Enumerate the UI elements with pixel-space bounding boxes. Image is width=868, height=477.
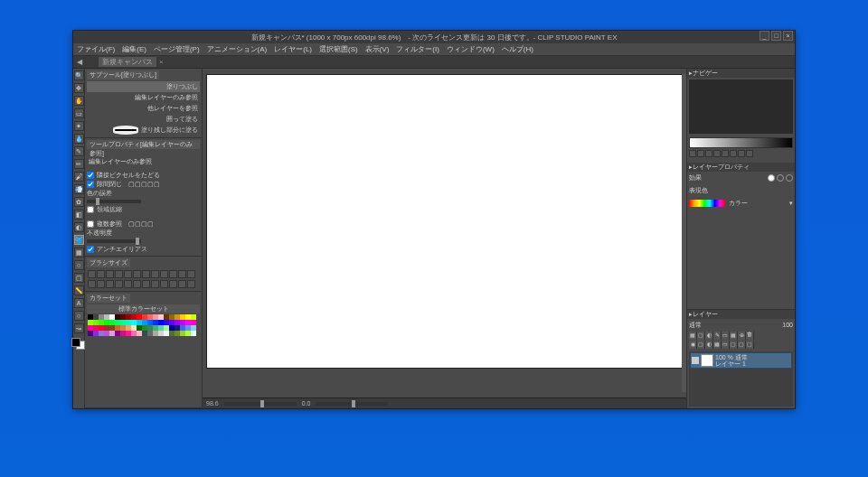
subtool-item-enclose[interactable]: 囲って塗る (87, 114, 200, 125)
layer-toolbar[interactable]: ▦▢◐✎▭▦⊕🗑 (687, 332, 795, 341)
fg-bg-colors[interactable] (71, 338, 86, 351)
layerprop-tab[interactable]: ▸ レイヤープロパティ (687, 163, 795, 172)
blend-mode[interactable]: 通常 (689, 321, 702, 330)
slider-opacity[interactable] (87, 239, 141, 243)
chk-adjacent[interactable]: 隣接ピクセルをたどる (87, 171, 200, 180)
menu-filter[interactable]: フィルター(I) (396, 44, 439, 54)
layer-item-1[interactable]: 100 % 通常 レイヤー 1 (690, 352, 792, 369)
color-swatches[interactable] (87, 313, 200, 337)
slider-tolerance[interactable] (87, 200, 141, 203)
layer-blend-row[interactable]: 通常 100 (687, 319, 795, 332)
left-dock: サブツール[塗りつぶし] 塗りつぶし 編集レイヤーのみ参照 他レイヤーを参照 囲… (85, 69, 203, 408)
visibility-icon[interactable] (692, 357, 699, 364)
document-tab[interactable]: 新規キャンバス (99, 57, 156, 67)
tab-close-icon[interactable]: × (159, 58, 164, 66)
tool-shape[interactable]: ○ (74, 260, 84, 270)
menu-layer[interactable]: レイヤー(L) (274, 44, 312, 54)
subtool-item-edit-only[interactable]: 編集レイヤーのみ参照 (87, 92, 200, 103)
expression-row: 表現色 (687, 184, 795, 197)
layer-name: 100 % 通常 レイヤー 1 (715, 354, 748, 367)
canvas[interactable] (206, 74, 683, 369)
subtool-item-other[interactable]: 他レイヤーを参照 (87, 103, 200, 114)
expr-label: 表現色 (689, 186, 708, 195)
tool-gradient[interactable]: ▦ (74, 248, 84, 257)
canvas-area: 98.6 0.0 (203, 69, 686, 408)
gradient-preview[interactable] (689, 137, 793, 148)
tool-text[interactable]: A (74, 298, 84, 308)
zoom-slider[interactable] (224, 402, 297, 406)
window-title: 新規キャンバス* (1000 x 700px 600dpi 98.6%) - 次… (251, 33, 618, 42)
menu-file[interactable]: ファイル(F) (77, 44, 115, 54)
layers-tab[interactable]: ▸ レイヤー (687, 310, 795, 319)
tool-select-rect[interactable]: ▭ (74, 108, 84, 118)
menu-window[interactable]: ウィンドウ(W) (447, 44, 495, 54)
subtool-item-leftover[interactable]: 塗り残し部分に塗る (87, 125, 200, 136)
fg-color-swatch[interactable] (71, 338, 80, 347)
rotate-slider[interactable] (316, 402, 388, 406)
tool-pen[interactable]: ✎ (74, 146, 84, 156)
tool-dropper[interactable]: 💧 (74, 134, 84, 144)
layer-toolbar-2[interactable]: ◉▢◐▦▭▢▢▢ (687, 341, 795, 350)
tool-wand[interactable]: ✦ (74, 121, 84, 131)
spectrum-icon (689, 200, 725, 207)
brush-size-row-1[interactable] (87, 269, 200, 279)
menu-bar: ファイル(F) 編集(E) ページ管理(P) アニメーション(A) レイヤー(L… (73, 43, 795, 56)
document-tab-bar: ◀ 新規キャンバス × (73, 56, 795, 69)
color-swatch[interactable] (191, 331, 196, 336)
fx-mode-icons[interactable] (768, 174, 793, 182)
tool-hand[interactable]: ✋ (74, 96, 84, 106)
chk-antialias[interactable]: アンチエイリアス (87, 245, 200, 254)
menu-view[interactable]: 表示(V) (365, 44, 390, 54)
minimize-button[interactable]: _ (760, 31, 769, 41)
chk-multiref[interactable]: 複数参照▢▢▢▢ (87, 220, 200, 229)
vertical-scrollbar[interactable] (682, 74, 686, 392)
subtool-panel: サブツール[塗りつぶし] 塗りつぶし 編集レイヤーのみ参照 他レイヤーを参照 囲… (85, 69, 202, 138)
brush-size-row-2[interactable] (87, 279, 200, 289)
color-mode-row[interactable]: カラー ▾ (687, 197, 795, 210)
layer-thumbnail (701, 354, 713, 367)
navigator-tab[interactable]: ▸ ナビゲー (687, 69, 795, 78)
tool-eraser[interactable]: ◧ (74, 210, 84, 220)
color-mode-label: カラー (729, 199, 748, 208)
subtool-item-fill[interactable]: 塗りつぶし (87, 81, 200, 92)
layer-list: 100 % 通常 レイヤー 1 (689, 351, 793, 407)
menu-animation[interactable]: アニメーション(A) (207, 44, 268, 54)
tool-deco[interactable]: ✿ (74, 197, 84, 207)
canvas-viewport (203, 69, 686, 398)
app-window: 新規キャンバス* (1000 x 700px 600dpi 98.6%) - 次… (72, 30, 796, 409)
menu-help[interactable]: ヘルプ(H) (502, 44, 533, 54)
close-button[interactable]: × (783, 31, 793, 41)
right-dock: ▸ ナビゲー ▸ レイヤープロパティ 効果 表現色 カラー ▾ ▸ レイヤー (686, 69, 795, 408)
chk-area-scale[interactable]: 領域拡縮 (87, 205, 200, 214)
subtool-tab[interactable]: サブツール[塗りつぶし] (87, 70, 159, 80)
menu-selection[interactable]: 選択範囲(S) (319, 44, 358, 54)
layer-panel: ▸ レイヤー 通常 100 ▦▢◐✎▭▦⊕🗑 ◉▢◐▦▭▢▢▢ 100 % 通常… (687, 309, 795, 409)
tool-frame[interactable]: ▢ (74, 273, 84, 283)
colorset-tab[interactable]: カラーセット (87, 294, 130, 303)
colorset-head[interactable]: 標準カラーセット (87, 304, 200, 313)
toolprop-tab[interactable]: ツールプロパティ[編集レイヤーのみ参照] (87, 140, 200, 149)
maximize-button[interactable]: □ (771, 31, 781, 41)
navigator-preview[interactable] (689, 80, 793, 134)
tool-balloon[interactable]: ○ (74, 311, 84, 321)
tool-move[interactable]: ✥ (74, 83, 84, 93)
brush-size-panel: ブラシサイズ (85, 257, 202, 292)
layer-opacity[interactable]: 100 (782, 322, 793, 328)
menu-page[interactable]: ページ管理(P) (154, 44, 200, 54)
tool-brush[interactable]: 🖌 (74, 172, 84, 182)
tool-blend[interactable]: ◐ (74, 222, 84, 232)
gradient-controls[interactable] (689, 150, 793, 159)
tool-airbrush[interactable]: 💨 (74, 184, 84, 194)
tool-correct[interactable]: ↝ (74, 323, 84, 333)
tool-property-panel: ツールプロパティ[編集レイヤーのみ参照] 編集レイヤーのみ参照 隣接ピクセルをた… (85, 138, 202, 257)
tool-fill[interactable]: 🪣 (74, 235, 84, 245)
lbl-tolerance: 色の誤差 (87, 189, 200, 198)
status-bar: 98.6 0.0 (203, 398, 686, 408)
brush-tab[interactable]: ブラシサイズ (87, 258, 130, 267)
tool-pencil[interactable]: ✏ (74, 159, 84, 169)
tool-palette: 🔍 ✥ ✋ ▭ ✦ 💧 ✎ ✏ 🖌 💨 ✿ ◧ ◐ 🪣 ▦ ○ ▢ 📏 A ○ … (73, 69, 85, 408)
tool-loupe[interactable]: 🔍 (74, 70, 84, 80)
tool-ruler[interactable]: 📏 (74, 285, 84, 295)
menu-edit[interactable]: 編集(E) (122, 44, 146, 54)
chk-gap-close[interactable]: 隙間閉じ▢▢▢▢▢ (87, 180, 200, 189)
